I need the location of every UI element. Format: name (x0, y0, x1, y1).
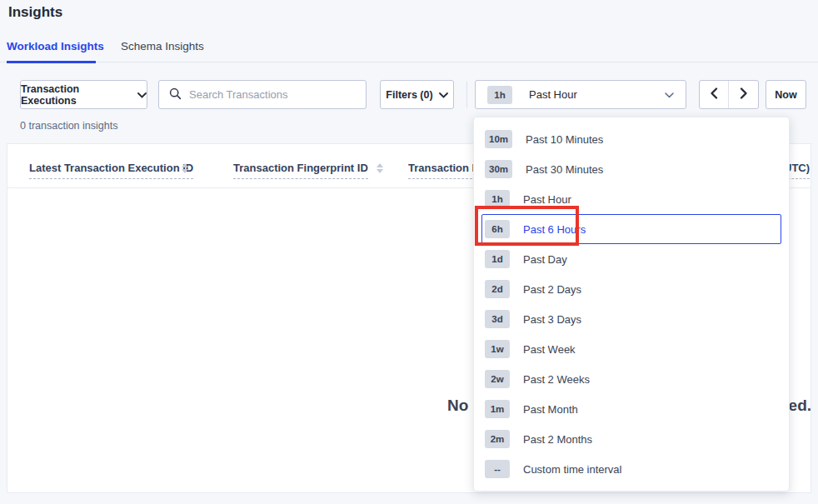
time-interval-picker[interactable]: 1h Past Hour (475, 80, 686, 109)
chevron-down-icon (137, 89, 147, 101)
sort-icon[interactable] (182, 163, 188, 173)
time-option-label: Past 10 Minutes (526, 133, 603, 146)
toolbar-divider (466, 82, 467, 107)
search-transactions-box[interactable] (158, 80, 367, 109)
time-option-past-2-days[interactable]: 2dPast 2 Days (481, 274, 781, 304)
now-label: Now (775, 89, 796, 101)
time-option-label: Past 2 Weeks (523, 373, 590, 386)
time-interval-dropdown: 10mPast 10 Minutes30mPast 30 Minutes1hPa… (473, 117, 790, 492)
time-option-label: Custom time interval (523, 463, 621, 476)
time-interval-label: Past Hour (529, 88, 577, 101)
time-option-past-month[interactable]: 1mPast Month (481, 394, 781, 424)
insights-count-text: 0 transaction insights (20, 120, 117, 132)
time-option-label: Past 2 Days (523, 283, 581, 296)
time-nav-group (699, 80, 759, 109)
time-option-badge: 3d (485, 310, 510, 328)
time-option-label: Past Month (523, 403, 578, 416)
search-icon (169, 87, 182, 102)
time-option-badge: 2d (485, 280, 510, 298)
chevron-right-icon (740, 87, 748, 102)
tab-schema-insights[interactable]: Schema Insights (121, 40, 204, 52)
search-input[interactable] (189, 88, 356, 101)
time-interval-badge: 1h (487, 86, 512, 104)
time-option-badge: 2w (485, 370, 510, 388)
time-option-badge: 1w (485, 340, 510, 358)
time-option-badge: 6h (485, 220, 510, 238)
filters-button[interactable]: Filters (0) (380, 80, 454, 109)
now-button[interactable]: Now (766, 80, 806, 109)
tabbar-divider (0, 62, 818, 62)
time-option-past-10-minutes[interactable]: 10mPast 10 Minutes (481, 124, 781, 154)
time-option-past-hour[interactable]: 1hPast Hour (481, 184, 781, 214)
time-option-badge: 2m (485, 430, 510, 448)
time-option-past-2-weeks[interactable]: 2wPast 2 Weeks (481, 364, 781, 394)
sort-icon[interactable] (377, 163, 383, 173)
previous-interval-button[interactable] (700, 81, 729, 108)
workload-type-select[interactable]: Transaction Executions (20, 80, 147, 109)
time-option-label: Past Hour (523, 193, 571, 206)
time-option-badge: 30m (485, 160, 512, 178)
type-select-label: Transaction Executions (21, 83, 132, 107)
time-option-past-2-months[interactable]: 2mPast 2 Months (481, 424, 781, 454)
time-option-custom-time-interval[interactable]: --Custom time interval (481, 454, 781, 484)
column-header-latest-transaction-execution-id[interactable]: Latest Transaction Execution ID (29, 162, 193, 179)
time-option-badge: 1d (485, 250, 510, 268)
active-tab-underline (7, 61, 96, 63)
time-option-past-week[interactable]: 1wPast Week (481, 334, 781, 364)
time-option-label: Past 30 Minutes (526, 163, 603, 176)
tab-workload-insights[interactable]: Workload Insights (7, 40, 104, 52)
time-option-badge: 10m (485, 130, 512, 148)
filters-label: Filters (0) (386, 89, 432, 101)
time-option-label: Past 2 Months (523, 433, 592, 446)
time-option-label: Past 3 Days (523, 313, 581, 326)
chevron-down-icon (439, 89, 448, 101)
time-option-badge: 1m (485, 400, 510, 418)
time-option-past-30-minutes[interactable]: 30mPast 30 Minutes (481, 154, 781, 184)
page-title: Insights (8, 4, 62, 21)
time-option-past-day[interactable]: 1dPast Day (481, 244, 781, 274)
time-option-label: Past Week (523, 343, 576, 356)
time-option-badge: 1h (485, 190, 510, 208)
column-header-transaction-fingerprint-id[interactable]: Transaction Fingerprint ID (233, 162, 368, 179)
next-interval-button[interactable] (729, 81, 758, 108)
time-option-past-3-days[interactable]: 3dPast 3 Days (481, 304, 781, 334)
time-option-label: Past Day (523, 253, 567, 266)
chevron-left-icon (710, 87, 718, 102)
time-option-past-6-hours[interactable]: 6hPast 6 Hours (481, 214, 781, 244)
time-option-label: Past 6 Hours (523, 223, 586, 236)
time-option-badge: -- (485, 460, 510, 478)
chevron-down-icon (665, 89, 674, 101)
